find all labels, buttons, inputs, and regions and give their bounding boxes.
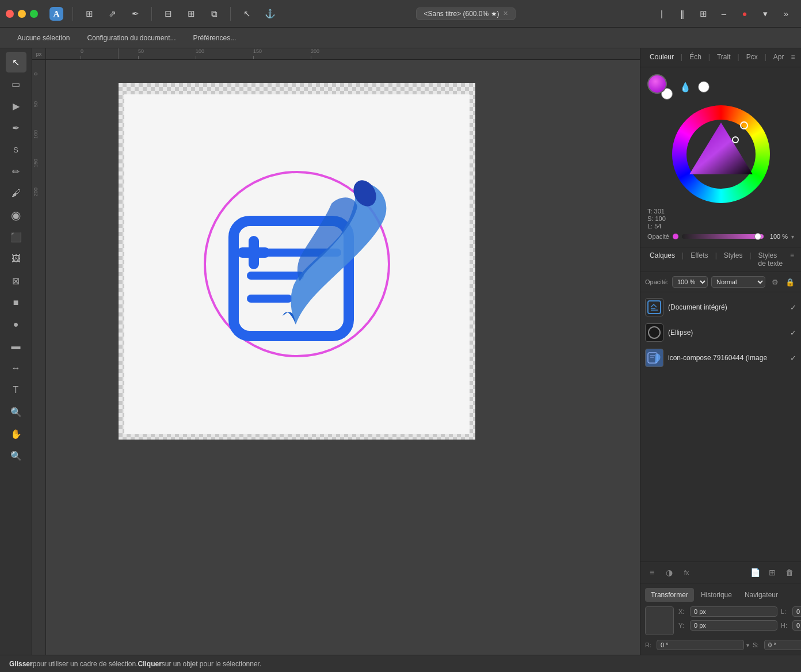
right-panel: Couleur | Éch | Trait | Pcx | Apr ≡ 💧 xyxy=(640,48,801,655)
brush-tool[interactable]: 🖌 xyxy=(6,183,26,204)
canvas-document[interactable] xyxy=(119,83,475,440)
pen-icon[interactable]: ✒ xyxy=(126,5,144,23)
rectangle-select-tool[interactable]: ▭ xyxy=(6,74,26,94)
grid-icon[interactable]: ⊞ xyxy=(80,5,98,23)
transform-y-label: Y: xyxy=(678,622,688,629)
layer-thumbnail-image xyxy=(645,349,663,367)
bezier-tool[interactable]: S xyxy=(6,139,26,160)
delete-layer-icon[interactable]: 🗑 xyxy=(783,566,796,579)
document-title: <Sans titre> (600.0% ★) xyxy=(424,10,499,18)
crop-tool[interactable]: ⊠ xyxy=(6,270,26,291)
color-wheel-wrap[interactable] xyxy=(672,105,770,203)
fill-tool[interactable]: ⬛ xyxy=(6,227,26,247)
fx-icon[interactable]: fx xyxy=(680,566,693,579)
tab-couleur[interactable]: Couleur xyxy=(645,48,678,67)
tab-pcx[interactable]: Pcx xyxy=(742,48,762,67)
layer-settings-icon[interactable]: ⚙ xyxy=(769,276,781,288)
tab-ech[interactable]: Éch xyxy=(685,48,706,67)
layer-item-document[interactable]: (Document intégré) ✓ xyxy=(640,295,801,320)
layers-icon[interactable]: ≡ xyxy=(645,566,659,579)
opacity-dropdown[interactable]: ▾ xyxy=(791,234,794,240)
transform-l-input[interactable] xyxy=(792,606,801,617)
eyedropper-tool[interactable]: 🔍 xyxy=(6,402,26,422)
tab-styles[interactable]: Styles xyxy=(719,247,747,272)
document-title-pill[interactable]: <Sans titre> (600.0% ★) ✕ xyxy=(416,7,515,20)
share-icon[interactable]: ⇗ xyxy=(103,5,121,23)
opacity-slider[interactable] xyxy=(682,234,764,239)
transform-r-dropdown[interactable]: ▾ xyxy=(746,642,749,648)
pen-tool[interactable]: ✒ xyxy=(6,117,26,138)
transform-h-field: H: xyxy=(781,620,801,631)
grid-view-icon[interactable]: ⊞ xyxy=(694,5,712,23)
panel-options-icon[interactable]: ≡ xyxy=(788,48,797,67)
layout2-icon[interactable]: ‖ xyxy=(673,5,692,23)
color-picker-tool[interactable]: ◉ xyxy=(6,205,26,226)
layers-opacity-row: Opacité: 100 % Normal ⚙ 🔒 xyxy=(640,272,801,292)
transform-h-label: H: xyxy=(781,622,790,629)
layer-item-ellipse[interactable]: (Ellipse) ✓ xyxy=(640,320,801,345)
layer-item-image[interactable]: icon-compose.79160444 (Image ✓ xyxy=(640,345,801,371)
separator-icon[interactable]: – xyxy=(715,5,733,23)
move-tool[interactable]: ▶ xyxy=(6,96,26,116)
layers-panel-options[interactable]: ≡ xyxy=(788,247,796,272)
transform-x-input[interactable] xyxy=(690,606,777,617)
maximize-button[interactable] xyxy=(30,10,38,18)
ruler-tick-100: 100 xyxy=(196,48,204,54)
transform-icon[interactable]: ⧉ xyxy=(205,5,223,23)
layer-lock-icon[interactable]: 🔒 xyxy=(784,276,796,288)
polygon-tool[interactable]: ▬ xyxy=(6,336,26,357)
arrow-tool[interactable]: ↔ xyxy=(6,358,26,379)
transform-thumbnail xyxy=(645,606,674,635)
eyedropper-icon[interactable]: 💧 xyxy=(677,79,693,95)
hand-tool[interactable]: ✋ xyxy=(6,423,26,444)
grid-layer-icon[interactable]: ⊞ xyxy=(765,566,779,579)
new-layer-icon[interactable]: 📄 xyxy=(748,566,762,579)
ellipse-tool[interactable]: ● xyxy=(6,314,26,335)
dropdown-icon[interactable]: ▾ xyxy=(756,5,775,23)
foreground-color[interactable] xyxy=(647,74,667,94)
transform-h-input[interactable] xyxy=(792,620,801,631)
minimize-button[interactable] xyxy=(18,10,26,18)
blend-mode-select[interactable]: Normal xyxy=(711,276,765,288)
tab-no-selection[interactable]: Aucune sélection xyxy=(9,32,78,44)
rect-tool[interactable]: ■ xyxy=(6,292,26,313)
tab-preferences[interactable]: Préférences... xyxy=(185,32,245,44)
image-tool[interactable]: 🖼 xyxy=(6,249,26,269)
ruler-line-150 xyxy=(253,56,254,59)
tab-transformer[interactable]: Transformer xyxy=(645,588,694,602)
layers-opacity-label: Opacité: xyxy=(645,278,669,285)
zoom-tool[interactable]: 🔍 xyxy=(6,445,26,466)
layout1-icon[interactable]: | xyxy=(653,5,671,23)
anchor-icon[interactable]: ⚓ xyxy=(261,5,279,23)
tab-sep-4: | xyxy=(762,48,769,67)
grid3-icon[interactable]: ⊞ xyxy=(182,5,200,23)
title-bar: A ⊞ ⇗ ✒ ⊟ ⊞ ⧉ ↖ ⚓ <Sans titre> (600.0% ★… xyxy=(0,0,801,28)
grid2-icon[interactable]: ⊟ xyxy=(159,5,177,23)
select-tool[interactable]: ↖ xyxy=(6,52,26,72)
tab-calques[interactable]: Calques xyxy=(645,247,680,272)
text-tool[interactable]: T xyxy=(6,380,26,400)
pointer-icon[interactable]: ↖ xyxy=(238,5,256,23)
tab-trait[interactable]: Trait xyxy=(712,48,735,67)
tab-effets[interactable]: Effets xyxy=(686,247,712,272)
white-color-dot[interactable] xyxy=(698,81,710,93)
close-doc-icon[interactable]: ✕ xyxy=(503,10,508,17)
color-fill-icon[interactable]: ● xyxy=(735,5,754,23)
more-icon[interactable]: » xyxy=(777,5,795,23)
tab-navigateur[interactable]: Navigateur xyxy=(739,588,784,602)
tab-historique[interactable]: Historique xyxy=(695,588,738,602)
pencil-tool[interactable]: ✏ xyxy=(6,161,26,182)
tab-apr[interactable]: Apr xyxy=(769,48,789,67)
transform-y-input[interactable] xyxy=(690,620,777,631)
transform-s-input[interactable] xyxy=(764,640,801,650)
transform-r-input[interactable] xyxy=(657,640,744,650)
canvas-area[interactable]: px 0 50 100 150 200 0 xyxy=(32,48,640,655)
app-icon[interactable]: A xyxy=(47,5,66,23)
mask-icon[interactable]: ◑ xyxy=(662,566,676,579)
opacity-thumb[interactable] xyxy=(754,233,761,240)
tab-styles-texte[interactable]: Styles de texte xyxy=(754,247,788,272)
layers-opacity-select[interactable]: 100 % xyxy=(672,276,708,288)
close-button[interactable] xyxy=(6,10,14,18)
tab-doc-config[interactable]: Configuration du document... xyxy=(79,32,184,44)
ruler-line-100 xyxy=(196,56,196,59)
